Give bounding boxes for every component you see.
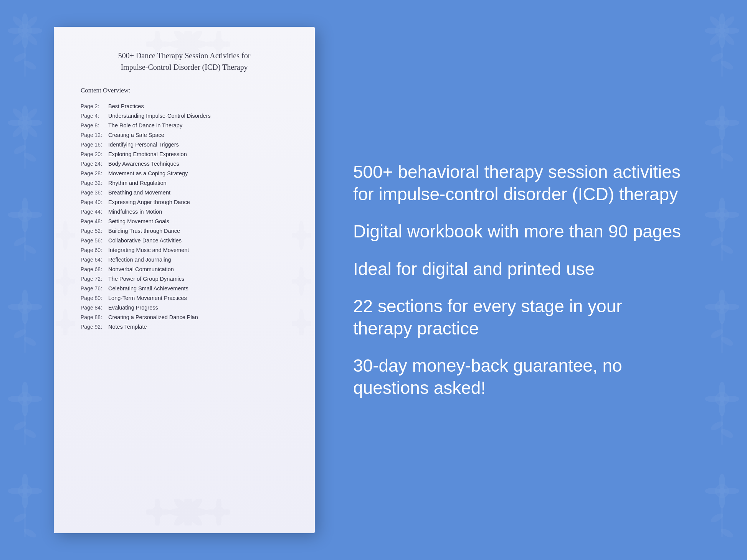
toc-page-number: Page 12:	[81, 132, 108, 138]
toc-page-number: Page 52:	[81, 228, 108, 234]
svg-point-30	[27, 212, 42, 218]
toc-item: Page 2:Best Practices	[81, 101, 288, 111]
toc-page-number: Page 72:	[81, 276, 108, 282]
toc-item: Page 64:Reflection and Journaling	[81, 255, 288, 264]
toc-item: Page 56:Collaborative Dance Activities	[81, 236, 288, 245]
toc-page-title: Integrating Music and Movement	[108, 247, 189, 253]
toc-page-title: Identifying Personal Triggers	[108, 142, 179, 148]
toc-item: Page 4:Understanding Impulse-Control Dis…	[81, 111, 288, 120]
toc-item: Page 60:Integrating Music and Movement	[81, 245, 288, 255]
feature-item-feature5: 30-day money-back guarantee, no question…	[353, 355, 686, 399]
toc-page-number: Page 84:	[81, 305, 108, 311]
svg-point-156	[158, 509, 172, 515]
toc-page-number: Page 92:	[81, 324, 108, 330]
toc-page-title: Evaluating Progress	[108, 305, 158, 311]
svg-point-169	[63, 233, 68, 238]
svg-point-66	[724, 28, 739, 34]
toc-item: Page 72:The Power of Group Dynamics	[81, 274, 288, 283]
toc-page-title: Creating a Safe Space	[108, 132, 164, 138]
svg-point-88	[724, 212, 739, 218]
svg-point-76	[719, 105, 725, 121]
svg-point-195	[299, 309, 304, 323]
toc-page-number: Page 36:	[81, 189, 108, 196]
svg-point-106	[724, 396, 739, 402]
svg-point-37	[22, 309, 28, 324]
toc-page-number: Page 80:	[81, 295, 108, 301]
svg-point-39	[27, 304, 42, 310]
floral-decoration-right	[697, 0, 747, 560]
toc-page-number: Page 24:	[81, 161, 108, 167]
svg-point-134	[158, 41, 172, 47]
svg-point-114	[705, 488, 720, 494]
toc-page-title: Long-Term Movement Practices	[108, 295, 187, 301]
svg-point-97	[724, 304, 739, 310]
toc-page-number: Page 28:	[81, 170, 108, 176]
svg-point-3	[8, 28, 23, 34]
toc-page-number: Page 44:	[81, 209, 108, 215]
toc-item: Page 32:Rhythm and Regulation	[81, 178, 288, 188]
toc-page-title: Mindfulness in Motion	[108, 209, 162, 215]
svg-point-27	[22, 198, 28, 213]
toc-page-number: Page 76:	[81, 285, 108, 292]
svg-point-172	[63, 282, 68, 296]
toc-page-title: Setting Movement Goals	[108, 218, 169, 224]
svg-point-193	[299, 279, 304, 284]
toc-page-number: Page 20:	[81, 151, 108, 157]
toc-item: Page 68:Nonverbal Communication	[81, 264, 288, 274]
doc-watermark-bottom	[146, 499, 223, 529]
toc-page-title: Notes Template	[108, 324, 147, 330]
svg-point-96	[705, 304, 720, 310]
svg-point-40	[22, 304, 28, 310]
toc-page-title: Understanding Impulse-Control Disorders	[108, 113, 211, 119]
svg-point-55	[22, 493, 28, 508]
toc-page-title: Movement as a Coping Strategy	[108, 170, 188, 176]
svg-point-141	[216, 41, 221, 47]
svg-point-163	[216, 509, 221, 515]
svg-point-129	[184, 40, 192, 48]
svg-point-54	[22, 474, 28, 489]
svg-point-78	[705, 120, 720, 126]
toc-item: Page 20:Exploring Emotional Expression	[81, 149, 288, 159]
svg-point-184	[299, 236, 304, 250]
svg-point-94	[719, 290, 725, 305]
toc-item: Page 84:Evaluating Progress	[81, 303, 288, 312]
feature-item-feature3: Ideal for digital and printed use	[353, 258, 686, 280]
toc-item: Page 24:Body Awareness Techniques	[81, 159, 288, 168]
svg-point-181	[63, 321, 68, 326]
doc-watermark-top	[146, 31, 223, 61]
svg-point-105	[705, 396, 720, 402]
svg-point-56	[8, 488, 23, 494]
toc-item: Page 48:Setting Movement Goals	[81, 216, 288, 226]
svg-point-31	[22, 212, 28, 218]
svg-point-77	[719, 125, 725, 140]
svg-point-89	[719, 212, 725, 218]
toc-item: Page 8:The Role of Dance in Therapy	[81, 120, 288, 130]
toc-item: Page 80:Long-Term Movement Practices	[81, 293, 288, 303]
svg-point-151	[184, 508, 192, 516]
svg-point-171	[63, 267, 68, 281]
toc-page-number: Page 88:	[81, 314, 108, 320]
toc-page-title: The Role of Dance in Therapy	[108, 122, 182, 128]
svg-point-48	[27, 396, 42, 402]
toc-item: Page 44:Mindfulness in Motion	[81, 207, 288, 216]
toc-page-number: Page 60:	[81, 247, 108, 253]
features-panel: 500+ behavioral therapy session activiti…	[315, 146, 716, 414]
toc-page-number: Page 40:	[81, 199, 108, 205]
toc-page-title: Building Trust through Dance	[108, 228, 180, 234]
svg-point-98	[719, 304, 725, 310]
svg-point-161	[204, 509, 218, 515]
svg-point-4	[27, 28, 42, 34]
svg-point-45	[22, 382, 28, 397]
svg-point-104	[719, 401, 725, 416]
toc-page-number: Page 56:	[81, 237, 108, 244]
svg-point-49	[22, 396, 28, 402]
feature-item-feature2: Digital workbook with more than 90 pages	[353, 221, 686, 243]
svg-point-28	[22, 217, 28, 232]
toc-page-number: Page 32:	[81, 180, 108, 186]
svg-point-80	[719, 120, 725, 126]
svg-point-36	[22, 290, 28, 305]
svg-point-79	[724, 120, 739, 126]
svg-point-87	[705, 212, 720, 218]
toc-page-number: Page 2:	[81, 103, 108, 109]
doc-watermark-side-left	[56, 220, 77, 340]
